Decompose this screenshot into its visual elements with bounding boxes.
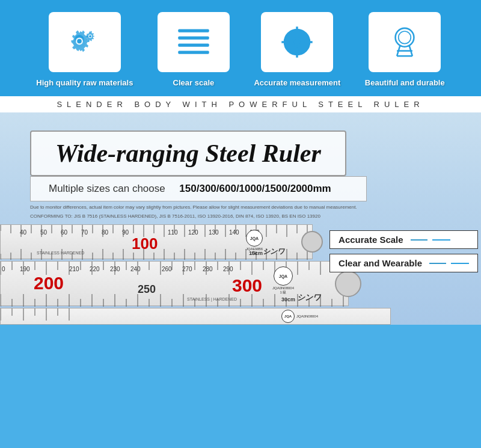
jqa-badge-30cm: JQA JQA0N08004 1 級	[272, 266, 294, 295]
subtitle-prefix: Multiple sizes can choose	[49, 183, 165, 194]
ruler-end-circle-30	[335, 271, 361, 297]
ruler-section: Accurate Scale Clear and Wearable /* han…	[0, 224, 481, 325]
award-icon	[387, 24, 423, 60]
accurate-scale-label: Accurate Scale	[329, 230, 478, 249]
subtitle-text: Multiple sizes can choose 150/300/600/10…	[49, 183, 331, 194]
svg-text:0: 0	[2, 266, 5, 272]
banner-text: SLENDER BODY WITH POWERFUL STEEL RULER	[57, 100, 424, 109]
crosshair-icon	[279, 24, 315, 60]
scale-label: Clear scale	[173, 78, 215, 87]
ruler-30cm: 0 190 200 210 220 230 240 250 260 270 28…	[0, 261, 349, 306]
feature-item-materials: High quality raw materials	[36, 12, 133, 87]
measurement-label: Accurate measurement	[254, 78, 340, 87]
svg-text:100: 100	[132, 235, 158, 253]
main-content: Wide-ranging Steel Ruler Multiple sizes …	[0, 112, 481, 325]
ruler-30cm-label: 30cm	[281, 296, 295, 302]
main-title: Wide-ranging Steel Ruler	[55, 139, 321, 168]
svg-text:190: 190	[20, 266, 30, 272]
gear-icon	[67, 24, 103, 60]
stainless-text-15: STAINLESS HARDENED	[37, 251, 84, 255]
feature-item-durable: Beautiful and durable	[365, 12, 445, 87]
svg-text:250: 250	[138, 283, 156, 295]
measurement-icon-box	[261, 12, 333, 72]
svg-point-3	[77, 39, 82, 44]
svg-text:290: 290	[223, 266, 233, 272]
small-text-2: CONFORMING TO: JIS B 7516 (STAINLESS HAR…	[30, 213, 421, 219]
ruler-end-circle-15	[301, 231, 323, 253]
svg-text:110: 110	[168, 229, 178, 236]
svg-text:270: 270	[182, 266, 192, 272]
svg-rect-8	[178, 44, 209, 47]
svg-text:280: 280	[203, 266, 213, 272]
svg-text:230: 230	[110, 266, 120, 272]
svg-text:120: 120	[188, 229, 198, 236]
stainless-text-30: STAINLESS | HARDENED	[187, 297, 237, 301]
ruler-partial-svg	[1, 308, 391, 325]
svg-rect-6	[178, 29, 209, 32]
svg-text:130: 130	[209, 229, 219, 236]
svg-text:300: 300	[232, 275, 262, 295]
svg-text:200: 200	[34, 273, 64, 293]
slender-banner: SLENDER BODY WITH POWERFUL STEEL RULER	[0, 96, 481, 112]
ruler-partial: JQA JQA0N08004	[0, 308, 391, 325]
svg-rect-7	[178, 37, 209, 40]
feature-item-scale: Clear scale	[158, 12, 230, 87]
svg-text:140: 140	[229, 229, 239, 236]
svg-point-17	[399, 31, 411, 44]
svg-point-5	[89, 35, 91, 37]
sizes-text: 150/300/600/1000/1500/2000mm	[179, 183, 331, 194]
list-icon	[176, 24, 212, 60]
materials-label: High quality raw materials	[36, 78, 133, 87]
materials-icon-box	[49, 12, 121, 72]
clear-wearable-label: Clear and Wearable	[329, 254, 478, 272]
small-text-1: Due to monitor differences, actual item …	[30, 204, 421, 210]
scale-icon-box	[158, 12, 230, 72]
icon-bar: High quality raw materials Clear scale	[0, 0, 481, 96]
feature-item-measurement: Accurate measurement	[254, 12, 340, 87]
durable-label: Beautiful and durable	[365, 78, 445, 87]
title-box: Wide-ranging Steel Ruler	[30, 130, 346, 176]
ruler-15cm: /* handled below */ 40 50 60 70 80 90 10…	[0, 224, 313, 259]
shinwa-logo-15: シンワ	[263, 247, 284, 257]
svg-text:210: 210	[69, 266, 79, 272]
svg-rect-9	[178, 51, 209, 54]
svg-text:220: 220	[90, 266, 100, 272]
svg-text:260: 260	[162, 266, 172, 272]
durable-icon-box	[369, 12, 441, 72]
ruler-15cm-label: 15cm	[249, 250, 263, 256]
side-labels: Accurate Scale Clear and Wearable	[329, 230, 478, 272]
jqa-badge-partial: JQA JQA0N08004	[281, 310, 318, 323]
subtitle-box: Multiple sizes can choose 150/300/600/10…	[30, 176, 367, 201]
svg-text:240: 240	[130, 266, 141, 272]
shinwa-logo-30: シンワ	[297, 292, 320, 303]
svg-point-11	[293, 38, 302, 46]
